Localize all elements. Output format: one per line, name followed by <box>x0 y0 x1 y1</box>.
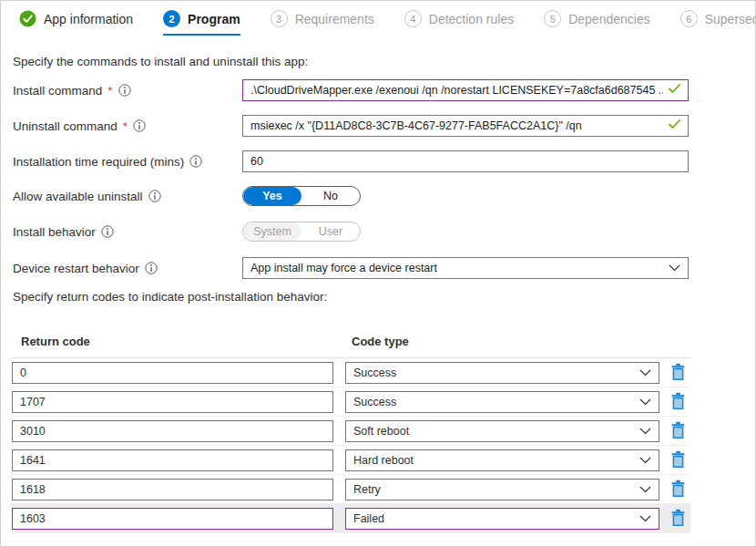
uninstall-command-input[interactable]: msiexec /x "{D11AD8C8-3C7B-4C67-9277-FAB… <box>242 115 689 137</box>
label-text: Uninstall command <box>13 119 117 133</box>
commands-heading: Specify the commands to install and unin… <box>13 55 744 68</box>
install-behavior-label: Install behavior <box>12 225 242 239</box>
required-asterisk: * <box>107 84 112 98</box>
delete-row-button[interactable] <box>668 449 688 471</box>
code-type-dropdown[interactable]: Failed <box>345 508 659 530</box>
code-type-dropdown[interactable]: Success <box>345 362 659 384</box>
info-icon[interactable] <box>118 84 131 97</box>
label-text: Installation time required (mins) <box>13 155 184 169</box>
return-code-value: 1603 <box>20 512 46 525</box>
step-number-badge: 4 <box>404 10 422 27</box>
check-circle-icon <box>19 10 36 27</box>
tab-requirements[interactable]: 3 Requirements <box>271 10 374 36</box>
code-type-dropdown[interactable]: Retry <box>345 479 659 501</box>
return-codes-header: Return code Code type <box>12 335 690 358</box>
return-code-column-header: Return code <box>21 335 352 348</box>
chevron-down-icon <box>639 454 651 467</box>
install-command-row: Install command * .\CloudDriveMapper.exe… <box>12 79 744 101</box>
delete-row-button[interactable] <box>668 391 688 413</box>
tab-program[interactable]: 2 Program <box>163 10 240 36</box>
delete-row-button[interactable] <box>668 420 688 442</box>
return-code-row-modified: 1603 Failed <box>12 504 690 533</box>
return-code-input[interactable]: 1618 <box>12 479 333 501</box>
return-code-value: 1618 <box>20 483 46 496</box>
uninstall-command-value: msiexec /x "{D11AD8C8-3C7B-4C67-9277-FAB… <box>250 119 582 132</box>
return-code-input[interactable]: 1707 <box>12 391 333 413</box>
step-number-badge: 6 <box>680 10 698 27</box>
return-code-input[interactable]: 0 <box>12 362 333 384</box>
trash-icon <box>671 392 685 412</box>
valid-check-icon <box>665 84 680 97</box>
delete-row-button[interactable] <box>668 362 688 384</box>
return-code-row: 1707 Success <box>12 387 690 417</box>
trash-icon <box>671 480 685 500</box>
uninstall-command-row: Uninstall command * msiexec /x "{D11AD8C… <box>12 115 744 137</box>
return-code-row: 0 Success <box>12 358 690 387</box>
restart-behavior-dropdown[interactable]: App install may force a device restart <box>242 257 689 279</box>
tab-supersedence[interactable]: 6 Supersedence <box>680 10 756 36</box>
return-codes-heading: Specify return codes to indicate post-in… <box>13 290 744 304</box>
install-command-label: Install command * <box>12 84 242 98</box>
tab-label: Program <box>188 12 240 26</box>
code-type-value: Success <box>353 366 396 379</box>
required-asterisk: * <box>123 119 128 133</box>
code-type-dropdown[interactable]: Hard reboot <box>345 449 659 471</box>
tab-label: Dependencies <box>568 12 650 26</box>
info-icon[interactable] <box>133 119 146 132</box>
form-content: Specify the commands to install and unin… <box>1 55 755 533</box>
wizard-steps: App information 2 Program 3 Requirements… <box>1 1 755 36</box>
label-text: Allow available uninstall <box>13 190 143 203</box>
tab-dependencies[interactable]: 5 Dependencies <box>544 10 650 36</box>
allow-uninstall-no-option[interactable]: No <box>301 187 360 205</box>
info-icon[interactable] <box>189 155 202 168</box>
install-time-value: 60 <box>250 155 263 168</box>
code-type-value: Success <box>353 396 396 408</box>
trash-icon <box>671 450 685 470</box>
tab-app-information[interactable]: App information <box>19 10 133 36</box>
allow-uninstall-yes-option[interactable]: Yes <box>243 187 301 205</box>
step-number-badge: 5 <box>544 10 561 27</box>
tab-detection-rules[interactable]: 4 Detection rules <box>404 10 514 36</box>
info-icon[interactable] <box>101 225 114 238</box>
return-code-input[interactable]: 3010 <box>12 420 333 442</box>
restart-behavior-row: Device restart behavior App install may … <box>12 257 744 279</box>
return-code-input[interactable]: 1641 <box>12 449 333 471</box>
code-type-value: Soft reboot <box>353 425 409 438</box>
trash-icon <box>671 363 685 383</box>
program-wizard-page: App information 2 Program 3 Requirements… <box>0 0 756 547</box>
step-number-badge: 2 <box>163 10 180 27</box>
delete-row-button[interactable] <box>668 479 688 501</box>
install-behavior-row: Install behavior System User <box>12 222 744 242</box>
return-code-row: 1641 Hard reboot <box>12 446 690 475</box>
code-type-dropdown[interactable]: Success <box>345 391 659 413</box>
return-code-value: 3010 <box>20 425 46 438</box>
install-command-input[interactable]: .\CloudDriveMapper.exe /exenoui /qn /nor… <box>242 79 689 101</box>
code-type-column-header: Code type <box>352 335 666 348</box>
install-behavior-toggle: System User <box>242 222 361 242</box>
info-icon[interactable] <box>148 190 161 202</box>
install-time-input[interactable]: 60 <box>242 150 689 172</box>
code-type-dropdown[interactable]: Soft reboot <box>345 420 659 442</box>
trash-icon <box>671 421 685 441</box>
install-behavior-system-option: System <box>243 222 301 241</box>
return-codes-table: Return code Code type 0 Success 1707 Suc… <box>12 335 690 533</box>
return-code-row: 3010 Soft reboot <box>12 417 690 446</box>
return-code-input[interactable]: 1603 <box>12 508 333 530</box>
install-time-row: Installation time required (mins) 60 <box>12 150 744 172</box>
chevron-down-icon <box>669 262 680 274</box>
code-type-value: Retry <box>353 483 381 496</box>
restart-behavior-value: App install may force a device restart <box>250 262 437 274</box>
chevron-down-icon <box>639 366 651 379</box>
return-code-value: 1707 <box>20 396 46 408</box>
chevron-down-icon <box>639 512 651 525</box>
allow-uninstall-label: Allow available uninstall <box>12 190 242 203</box>
delete-row-button[interactable] <box>668 508 688 530</box>
install-command-value: .\CloudDriveMapper.exe /exenoui /qn /nor… <box>250 84 663 97</box>
allow-uninstall-row: Allow available uninstall Yes No <box>12 186 744 206</box>
label-text: Install behavior <box>13 225 96 239</box>
label-text: Install command <box>13 84 102 98</box>
tab-label: App information <box>44 12 133 26</box>
info-icon[interactable] <box>145 262 158 274</box>
tab-label: Detection rules <box>429 12 514 26</box>
install-behavior-user-option: User <box>301 222 360 241</box>
